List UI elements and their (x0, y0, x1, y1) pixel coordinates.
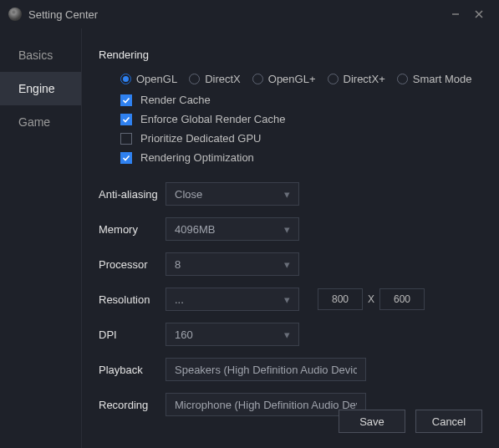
app-logo-icon (8, 8, 22, 21)
select-value: 4096MB (175, 223, 284, 236)
sidebar: Basics Engine Game (0, 28, 82, 448)
chevron-down-icon: ▾ (284, 223, 290, 236)
checkbox-label: Enforce Global Render Cache (140, 113, 285, 125)
radio-dot-icon (397, 74, 408, 84)
label-playback: Playback (99, 364, 165, 376)
content: Rendering OpenGL DirectX OpenGL+ DirectX… (82, 28, 499, 448)
checkbox-icon (120, 133, 132, 145)
checkbox-icon (120, 152, 132, 164)
input-value: 600 (394, 293, 410, 305)
select-memory[interactable]: 4096MB ▾ (165, 217, 299, 241)
sidebar-item-engine[interactable]: Engine (0, 72, 81, 105)
select-processor[interactable]: 8 ▾ (165, 252, 299, 276)
check-rendering-optimization[interactable]: Rendering Optimization (120, 151, 482, 164)
sidebar-item-basics[interactable]: Basics (0, 38, 81, 72)
radio-dot-icon (189, 74, 200, 84)
radio-dot-icon (120, 74, 131, 84)
button-label: Cancel (432, 415, 466, 428)
check-render-cache[interactable]: Render Cache (120, 94, 482, 106)
resolution-height-input[interactable]: 600 (379, 288, 425, 310)
checkbox-label: Prioritize Dedicated GPU (140, 132, 262, 145)
checkbox-icon (120, 94, 132, 106)
input-value: 800 (332, 293, 349, 305)
select-value: 8 (175, 258, 284, 271)
cancel-button[interactable]: Cancel (415, 410, 482, 433)
label-memory: Memory (99, 223, 165, 236)
minimize-button[interactable] (444, 3, 467, 26)
save-button[interactable]: Save (339, 410, 405, 433)
radio-label: OpenGL (136, 73, 177, 85)
select-dpi[interactable]: 160 ▾ (165, 323, 299, 346)
label-dpi: DPI (99, 328, 165, 341)
select-value: ... (175, 293, 284, 306)
radio-label: Smart Mode (413, 73, 472, 85)
select-recording[interactable]: Microphone (High Definition Audio Dev (165, 393, 366, 416)
label-processor: Processor (99, 258, 165, 271)
checkbox-label: Render Cache (140, 94, 211, 106)
rendering-mode-group: OpenGL DirectX OpenGL+ DirectX+ Smart Mo… (120, 73, 482, 85)
chevron-down-icon: ▾ (284, 258, 290, 271)
titlebar: Setting Center (0, 0, 499, 28)
radio-label: DirectX (205, 73, 241, 85)
chevron-down-icon: ▾ (284, 328, 290, 341)
radio-directx[interactable]: DirectX (189, 73, 241, 85)
radio-label: DirectX+ (344, 73, 385, 85)
select-value: 160 (175, 328, 284, 341)
resolution-width-input[interactable]: 800 (318, 288, 363, 310)
select-anti-aliasing[interactable]: Close ▾ (165, 182, 299, 206)
radio-opengl[interactable]: OpenGL (120, 73, 177, 85)
select-value: Speakers (High Definition Audio Device) (175, 364, 357, 376)
radio-opengl-plus[interactable]: OpenGL+ (252, 73, 316, 85)
sidebar-item-label: Engine (18, 82, 55, 95)
button-label: Save (359, 415, 384, 428)
select-playback[interactable]: Speakers (High Definition Audio Device) (165, 358, 366, 381)
radio-smart-mode[interactable]: Smart Mode (397, 73, 472, 85)
window-title: Setting Center (28, 8, 444, 21)
radio-directx-plus[interactable]: DirectX+ (328, 73, 385, 85)
chevron-down-icon: ▾ (284, 188, 290, 201)
chevron-down-icon: ▾ (284, 293, 290, 306)
radio-dot-icon (328, 74, 339, 84)
sidebar-item-label: Basics (18, 48, 53, 62)
label-recording: Recording (99, 399, 165, 411)
sidebar-item-label: Game (18, 115, 50, 129)
footer: Save Cancel (339, 410, 482, 433)
sidebar-item-game[interactable]: Game (0, 105, 81, 139)
radio-dot-icon (252, 74, 263, 84)
resolution-separator: X (368, 293, 374, 305)
close-button[interactable] (467, 3, 491, 26)
check-prioritize-dedicated-gpu[interactable]: Prioritize Dedicated GPU (120, 132, 482, 145)
radio-label: OpenGL+ (268, 73, 316, 85)
select-value: Close (175, 188, 284, 201)
select-resolution[interactable]: ... ▾ (165, 288, 299, 311)
checkbox-icon (120, 114, 132, 125)
section-title-rendering: Rendering (99, 48, 482, 61)
check-enforce-global-render-cache[interactable]: Enforce Global Render Cache (120, 113, 482, 125)
select-value: Microphone (High Definition Audio Dev (175, 399, 357, 411)
label-resolution: Resolution (99, 293, 165, 306)
checkbox-label: Rendering Optimization (140, 151, 254, 164)
label-anti-aliasing: Anti-aliasing (99, 188, 165, 201)
